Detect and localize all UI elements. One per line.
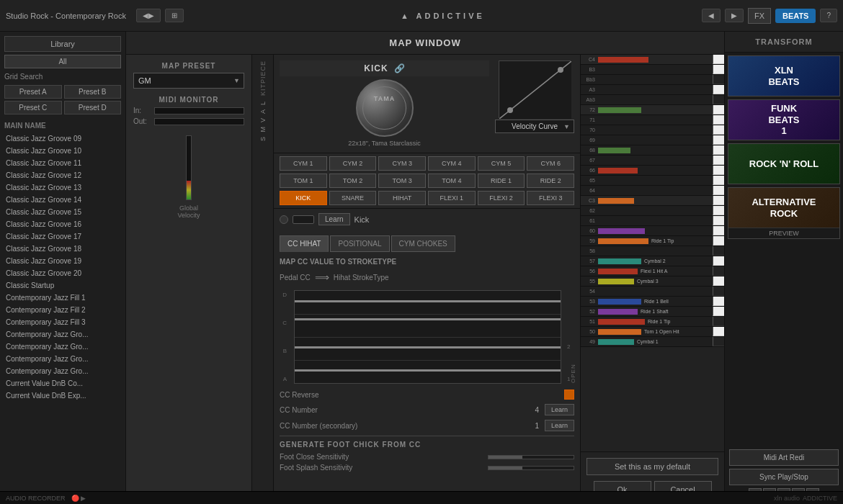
piano-key[interactable]: [713, 276, 724, 286]
kitpiece-s[interactable]: S: [258, 135, 268, 143]
sidebar-item[interactable]: Classic Jazz Groove 20: [0, 267, 125, 279]
note-bar-area[interactable]: Flexi 1 Hit A: [597, 268, 713, 275]
sidebar-item[interactable]: Contemporary Jazz Fill 2: [0, 304, 125, 316]
kitpiece-v[interactable]: V: [258, 117, 268, 124]
piano-key[interactable]: [713, 287, 724, 296]
piano-key[interactable]: [713, 327, 724, 336]
sidebar-item[interactable]: Classic Jazz Groove 09: [0, 132, 125, 145]
piano-key[interactable]: [713, 75, 724, 84]
cc-tab-cc-hihat[interactable]: CC HIHAT: [280, 235, 329, 252]
all-button[interactable]: All: [4, 55, 121, 68]
library-button[interactable]: Library: [4, 36, 121, 52]
sidebar-item[interactable]: Contemporary Jazz Fill 1: [0, 292, 125, 304]
note-bar-area[interactable]: [597, 147, 713, 154]
piano-key[interactable]: [713, 256, 724, 266]
piano-key[interactable]: [713, 307, 724, 316]
pad-btn-cym-1[interactable]: CYM 1: [280, 156, 327, 171]
note-bar-area[interactable]: Ride 1 Bell: [597, 298, 713, 305]
piano-key[interactable]: [713, 337, 724, 346]
sidebar-item[interactable]: Current Value DnB Exp...: [0, 390, 125, 402]
sidebar-item[interactable]: Classic Jazz Groove 14: [0, 194, 125, 206]
note-bar-area[interactable]: [597, 248, 713, 255]
piano-key[interactable]: [713, 166, 724, 175]
note-bar-area[interactable]: Tom 1 Open Hit: [597, 328, 713, 336]
piano-key[interactable]: [713, 226, 724, 235]
sidebar-item[interactable]: Classic Jazz Groove 17: [0, 230, 125, 243]
velocity-curve-select[interactable]: Velocity Curve: [495, 120, 574, 133]
pad-btn-tom-3[interactable]: TOM 3: [378, 174, 426, 188]
pad-btn-flexi-1[interactable]: FLEXI 1: [428, 191, 476, 205]
cc-reverse-checkbox[interactable]: [564, 390, 574, 400]
piano-key[interactable]: [713, 156, 724, 165]
note-bar-area[interactable]: [597, 217, 713, 225]
preset-d-btn[interactable]: Preset D: [64, 101, 122, 114]
pad-btn-cym-2[interactable]: CYM 2: [329, 156, 377, 171]
plugin-card-xln[interactable]: XLN BEATS: [728, 55, 840, 96]
note-bar-area[interactable]: [597, 228, 713, 235]
sidebar-item[interactable]: Classic Jazz Groove 10: [0, 145, 125, 157]
note-bar-area[interactable]: [597, 96, 713, 104]
sidebar-item[interactable]: Contemporary Jazz Gro...: [0, 353, 125, 365]
foot-splash-slider[interactable]: [488, 466, 574, 470]
nav-prev-btn[interactable]: ◀: [702, 9, 721, 22]
piano-key[interactable]: [713, 125, 724, 135]
fx-button[interactable]: FX: [748, 8, 771, 24]
piano-key[interactable]: [713, 55, 724, 64]
help-button[interactable]: ?: [820, 9, 837, 22]
sidebar-item[interactable]: Classic Jazz Groove 12: [0, 169, 125, 181]
midi-map-btn[interactable]: Midi Art Redi: [729, 449, 839, 466]
note-bar-area[interactable]: [597, 137, 713, 144]
sidebar-item[interactable]: Current Value DnB Co...: [0, 377, 125, 390]
note-bar-area[interactable]: Cymbal 1: [597, 338, 713, 346]
pad-btn-ride-2[interactable]: RIDE 2: [527, 174, 574, 188]
cc-tab-positional[interactable]: POSITIONAL: [330, 235, 389, 252]
cc-number-learn-btn[interactable]: Learn: [545, 404, 574, 415]
slider-handle-4[interactable]: [295, 369, 561, 372]
nav-btn-1[interactable]: ◀▶: [136, 9, 161, 22]
link-icon[interactable]: 🔗: [394, 63, 405, 73]
pad-btn-cym-3[interactable]: CYM 3: [378, 156, 426, 171]
piano-key[interactable]: [713, 105, 724, 114]
piano-key[interactable]: [713, 236, 724, 246]
pad-btn-cym-5[interactable]: CYM 5: [478, 156, 525, 171]
pad-btn-flexi-3[interactable]: FLEXI 3: [527, 191, 574, 205]
piano-key[interactable]: [713, 266, 724, 276]
kick-learn-btn[interactable]: Learn: [318, 213, 350, 225]
sidebar-item[interactable]: Classic Jazz Groove 15: [0, 206, 125, 218]
note-bar-area[interactable]: [597, 86, 713, 94]
preset-b-btn[interactable]: Preset B: [64, 85, 122, 99]
pad-btn-flexi-2[interactable]: FLEXI 2: [478, 191, 525, 205]
pad-btn-tom-1[interactable]: TOM 1: [280, 174, 327, 188]
note-bar-area[interactable]: [597, 66, 713, 73]
pad-btn-ride-1[interactable]: RIDE 1: [478, 174, 525, 188]
slider-handle-2[interactable]: [295, 318, 561, 320]
kitpiece-l[interactable]: L: [258, 100, 268, 107]
sync-play-btn[interactable]: Sync Play/Stop: [729, 469, 839, 485]
sidebar-item[interactable]: Contemporary Jazz Gro...: [0, 341, 125, 353]
piano-key[interactable]: [713, 145, 724, 155]
piano-key[interactable]: [713, 206, 724, 215]
piano-key[interactable]: [713, 115, 724, 125]
foot-close-slider[interactable]: [488, 455, 574, 459]
slider-handle-3[interactable]: [295, 346, 561, 348]
note-bar-area[interactable]: Ride 1 Shaft: [597, 308, 713, 315]
kick-toggle[interactable]: [293, 215, 314, 224]
sidebar-item[interactable]: Classic Jazz Groove 16: [0, 218, 125, 230]
piano-key[interactable]: [713, 85, 724, 94]
pad-btn-hihat[interactable]: HIHAT: [378, 191, 426, 205]
note-bar-area[interactable]: [597, 187, 713, 194]
note-bar-area[interactable]: [597, 288, 713, 295]
pad-btn-tom-4[interactable]: TOM 4: [428, 174, 476, 188]
piano-key[interactable]: [713, 95, 724, 104]
pad-btn-cym-6[interactable]: CYM 6: [527, 156, 574, 171]
kitpiece-m[interactable]: M: [258, 125, 268, 134]
nav-btn-2[interactable]: ⊞: [165, 9, 184, 22]
pad-btn-snare[interactable]: SNARE: [329, 191, 377, 205]
note-bar-area[interactable]: Ride 1 Tip: [597, 238, 713, 245]
note-bar-area[interactable]: [597, 197, 713, 204]
plugin-card-alt[interactable]: ALTERNATIVE ROCKPREVIEW: [728, 187, 840, 239]
cc-tab-cym-chokes[interactable]: CYM CHOKES: [391, 235, 455, 252]
preset-a-btn[interactable]: Preset A: [4, 85, 62, 99]
sidebar-item[interactable]: Contemporary Jazz Gro...: [0, 365, 125, 377]
piano-key[interactable]: [713, 317, 724, 326]
